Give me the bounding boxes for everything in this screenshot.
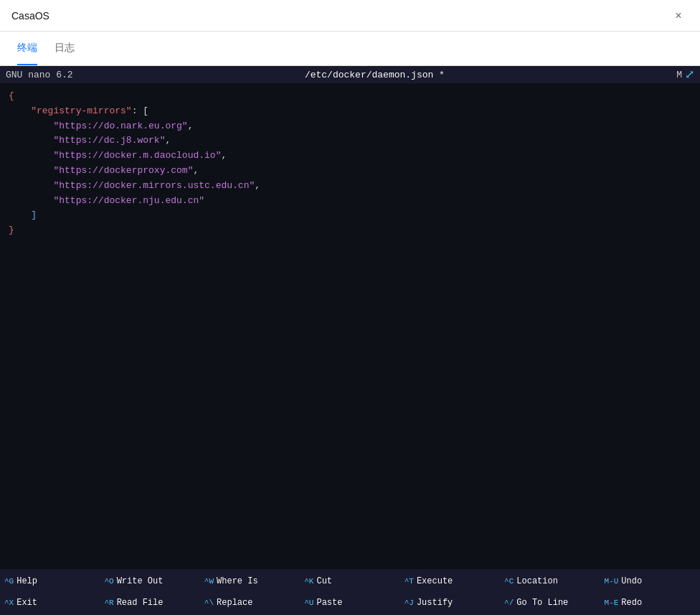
label-cut: Cut: [316, 576, 332, 586]
app-window: CasaOS × 终端 日志 GNU nano 6.2 /etc/docker/…: [0, 0, 700, 615]
code-line-9: ]: [9, 208, 691, 223]
label-redo: Redo: [621, 598, 642, 608]
terminal-container: GNU nano 6.2 /etc/docker/daemon.json * M…: [0, 66, 700, 615]
label-exit: Exit: [16, 598, 37, 608]
code-line-1: {: [9, 89, 691, 104]
shortcut-cut: ^K: [304, 577, 313, 586]
shortcut-justify: ^J: [405, 598, 414, 607]
footer-item-paste[interactable]: ^U Paste: [300, 592, 399, 614]
label-help: Help: [16, 576, 37, 586]
code-line-7: "https://docker.mirrors.ustc.edu.cn",: [9, 179, 691, 194]
shortcut-undo: M-U: [605, 577, 619, 586]
tabs-bar: 终端 日志: [0, 32, 700, 66]
footer-item-replace[interactable]: ^\ Replace: [200, 592, 300, 614]
code-line-10: }: [9, 223, 691, 238]
nano-filename: /etc/docker/daemon.json *: [305, 70, 445, 80]
footer-item-gotoline[interactable]: ^/ Go To Line: [500, 592, 600, 614]
shortcut-location: ^C: [504, 577, 514, 586]
label-undo: Undo: [621, 576, 642, 586]
label-execute: Execute: [417, 576, 453, 586]
footer-item-cut[interactable]: ^K Cut: [300, 571, 399, 592]
window-title: CasaOS: [11, 10, 49, 22]
code-line-6: "https://dockerproxy.com",: [9, 164, 691, 179]
shortcut-help: ^G: [4, 577, 14, 586]
footer-item-redo[interactable]: M-E Redo: [600, 592, 700, 614]
shortcut-gotoline: ^/: [504, 598, 514, 607]
nano-expand-icon: ⤢: [685, 67, 694, 82]
shortcut-writeout: ^O: [104, 577, 113, 586]
nano-footer: ^G Help ^O Write Out ^W Where Is ^K Cut …: [0, 569, 700, 615]
footer-item-help[interactable]: ^G Help: [0, 571, 100, 592]
footer-item-exit[interactable]: ^X Exit: [0, 592, 100, 614]
shortcut-exit: ^X: [4, 598, 14, 607]
nano-m-indicator: M: [676, 70, 682, 80]
close-button[interactable]: ×: [668, 6, 689, 26]
shortcut-readfile: ^R: [104, 598, 113, 607]
footer-item-undo[interactable]: M-U Undo: [600, 571, 700, 592]
code-line-8: "https://docker.nju.edu.cn": [9, 194, 691, 209]
footer-item-justify[interactable]: ^J Justify: [400, 592, 500, 614]
label-gotoline: Go To Line: [516, 598, 568, 608]
shortcut-execute: ^T: [405, 577, 414, 586]
title-bar: CasaOS ×: [0, 0, 700, 32]
code-line-4: "https://dc.j8.work",: [9, 133, 691, 149]
nano-title-bar: GNU nano 6.2 /etc/docker/daemon.json * M…: [0, 66, 700, 83]
code-line-5: "https://docker.m.daocloud.io",: [9, 149, 691, 164]
footer-item-execute[interactable]: ^T Execute: [400, 571, 500, 592]
tab-terminal[interactable]: 终端: [17, 32, 37, 65]
footer-item-location[interactable]: ^C Location: [500, 571, 600, 592]
label-paste: Paste: [316, 598, 342, 608]
label-location: Location: [516, 576, 558, 586]
label-justify: Justify: [417, 598, 453, 608]
tab-log[interactable]: 日志: [55, 32, 75, 65]
editor-area[interactable]: { "registry-mirrors": [ "https://do.nark…: [0, 83, 700, 569]
footer-row-1: ^G Help ^O Write Out ^W Where Is ^K Cut …: [0, 571, 700, 592]
footer-item-writeout[interactable]: ^O Write Out: [100, 571, 199, 592]
nano-version: GNU nano 6.2: [6, 70, 73, 80]
code-line-2: "registry-mirrors": [: [9, 104, 691, 119]
shortcut-paste: ^U: [304, 598, 313, 607]
label-replace: Replace: [217, 598, 252, 608]
shortcut-whereis: ^W: [204, 577, 214, 586]
label-whereis: Where Is: [217, 576, 258, 586]
nano-title-right: M ⤢: [676, 67, 694, 82]
label-readfile: Read File: [117, 598, 164, 608]
footer-row-2: ^X Exit ^R Read File ^\ Replace ^U Paste…: [0, 592, 700, 614]
code-line-3: "https://do.nark.eu.org",: [9, 119, 691, 134]
footer-item-whereis[interactable]: ^W Where Is: [200, 571, 300, 592]
label-writeout: Write Out: [117, 576, 164, 586]
footer-item-readfile[interactable]: ^R Read File: [100, 592, 199, 614]
shortcut-redo: M-E: [605, 598, 619, 607]
shortcut-replace: ^\: [204, 598, 214, 607]
